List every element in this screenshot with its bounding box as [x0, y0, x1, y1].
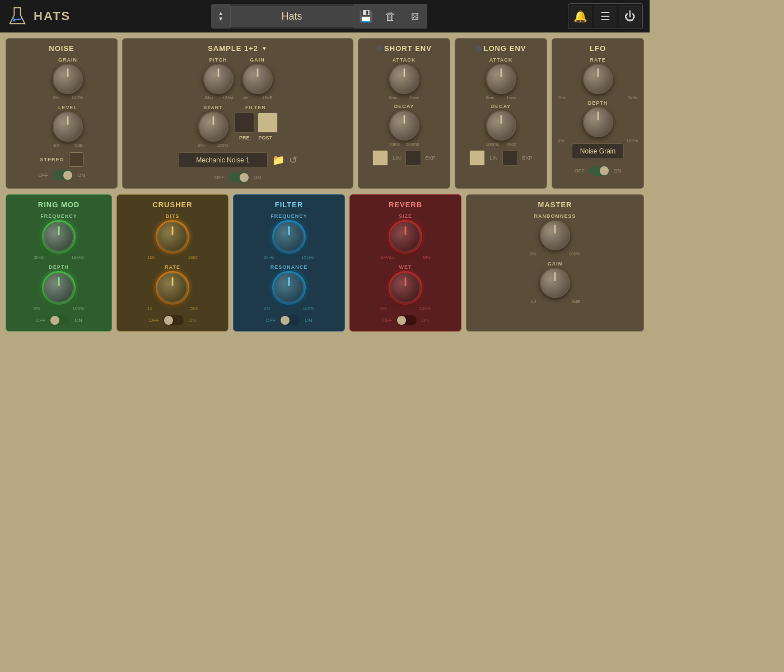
- ring-toggle[interactable]: [50, 315, 70, 325]
- lfo-target-display[interactable]: Noise Grain: [572, 143, 624, 159]
- noise-toggle[interactable]: [53, 170, 73, 180]
- random-button[interactable]: ⚄: [403, 4, 427, 29]
- short-exp-button[interactable]: [405, 150, 421, 166]
- long-attack-range: 0ms1sec: [486, 95, 516, 100]
- sample-toggle-on-label: ON: [254, 175, 262, 180]
- power-button[interactable]: ⏻: [619, 5, 641, 27]
- short-decay-knob-container: DECAY 10ms500ms: [389, 104, 419, 147]
- short-attack-range: 0ms1sec: [389, 95, 419, 100]
- filter-pre-button[interactable]: [234, 113, 254, 133]
- filter-buttons: [234, 113, 278, 133]
- long-lin-label: LIN: [489, 155, 497, 161]
- filter-pre-label: PRE: [239, 135, 250, 141]
- level-knob-container: LEVEL -inf0dB: [53, 105, 83, 148]
- noise-toggle-off-label: OFF: [38, 172, 48, 178]
- filter-post-button[interactable]: [258, 113, 278, 133]
- randomness-knob[interactable]: [540, 220, 570, 250]
- delete-button[interactable]: 🗑: [378, 4, 403, 29]
- filter-toggle-thumb: [281, 316, 290, 325]
- sample-reload-button[interactable]: ↺: [289, 154, 297, 166]
- noise-panel-title: NOISE: [12, 44, 111, 53]
- pitch-knob-container: PITCH -24st+24st: [203, 57, 234, 100]
- ring-freq-knob-container: FREQUENCY 2kHz18kHz: [12, 213, 106, 260]
- bits-knob-ring: [156, 220, 189, 254]
- short-decay-knob[interactable]: [389, 110, 419, 141]
- sample-preset-row: Mechanic Noise 1 📁 ↺: [128, 152, 347, 168]
- stereo-button[interactable]: [69, 152, 83, 167]
- start-knob[interactable]: [198, 111, 228, 142]
- grain-knob[interactable]: [53, 64, 83, 94]
- filter-bottom-panel: FILTER FREQUENCY 2kHz15kHz RESONANCE: [233, 194, 345, 332]
- crusher-rate-knob[interactable]: [157, 273, 188, 303]
- bell-button[interactable]: 🔔: [570, 5, 592, 27]
- pitch-label: PITCH: [209, 57, 227, 63]
- ring-toggle-thumb: [50, 316, 59, 325]
- filter-toggle[interactable]: [280, 315, 300, 325]
- long-exp-button[interactable]: [502, 150, 518, 166]
- menu-button[interactable]: ☰: [594, 5, 617, 27]
- sample-toggle[interactable]: [229, 172, 249, 183]
- start-knob-container: START 0%100%: [198, 105, 228, 148]
- sample-panel: SAMPLE 1+2 ▼ PITCH -24st+24st GAIN -inf1…: [122, 38, 353, 189]
- lfo-panel-title: LFO: [558, 44, 638, 53]
- sample-dropdown-arrow[interactable]: ▼: [262, 45, 268, 52]
- save-button[interactable]: 💾: [353, 4, 378, 29]
- lfo-depth-knob[interactable]: [583, 107, 613, 137]
- lfo-rate-knob-container: RATE 1Hz1kHz: [558, 57, 638, 100]
- short-env-panel: SHORT ENV ATTACK 0ms1sec DECAY 10ms500ms: [358, 38, 450, 189]
- filter-labels: PRE POST: [239, 135, 272, 141]
- long-attack-label: ATTACK: [489, 57, 513, 63]
- long-attack-knob[interactable]: [486, 64, 516, 94]
- lfo-rate-knob[interactable]: [583, 64, 613, 94]
- wet-ring: [389, 271, 422, 305]
- long-decay-range: 100ms4sec: [486, 142, 516, 147]
- ring-depth-range: 0%100%: [34, 306, 84, 311]
- ring-mod-title: RING MOD: [12, 200, 106, 209]
- ring-depth-knob[interactable]: [44, 273, 74, 303]
- long-env-title-row: LONG ENV: [461, 44, 541, 53]
- short-lin-label: LIN: [393, 155, 400, 161]
- sample-toggle-off-label: OFF: [214, 175, 225, 180]
- resonance-knob[interactable]: [274, 273, 304, 303]
- size-knob[interactable]: [390, 222, 421, 252]
- crusher-rate-range: 1x50x: [147, 306, 198, 311]
- filter-freq-knob[interactable]: [274, 222, 304, 252]
- long-decay-knob[interactable]: [486, 110, 516, 141]
- size-knob-container: SIZE SMALLBIG: [356, 213, 455, 260]
- randomness-knob-container: RANDOMNESS 0%100%: [472, 213, 638, 256]
- resonance-label: RESONANCE: [270, 264, 308, 270]
- ring-toggle-row: OFF ON: [12, 315, 106, 325]
- size-label: SIZE: [399, 213, 412, 219]
- crusher-toggle-off-label: OFF: [149, 318, 159, 323]
- sample-toggle-thumb: [240, 173, 249, 182]
- short-exp-label: EXP: [426, 155, 436, 161]
- gain-knob[interactable]: [242, 64, 273, 94]
- lfo-toggle[interactable]: [589, 166, 609, 176]
- crusher-panel: CRUSHER BITS 1bit16bit RATE: [116, 194, 228, 332]
- bits-knob[interactable]: [157, 222, 188, 252]
- level-knob[interactable]: [53, 111, 83, 142]
- pitch-knob[interactable]: [203, 64, 234, 94]
- long-decay-knob-container: DECAY 100ms4sec: [486, 104, 516, 147]
- wet-knob[interactable]: [390, 273, 421, 303]
- ring-depth-ring: [42, 271, 76, 305]
- long-lin-button[interactable]: [469, 150, 485, 166]
- short-attack-knob[interactable]: [389, 64, 419, 94]
- sample-folder-button[interactable]: 📁: [272, 154, 284, 166]
- grain-range: 0%100%: [53, 95, 83, 100]
- reverb-toggle[interactable]: [396, 315, 417, 325]
- reverb-toggle-on-label: ON: [421, 318, 429, 323]
- short-lin-button[interactable]: [372, 150, 388, 166]
- level-label: LEVEL: [58, 105, 77, 110]
- ring-freq-knob-ring: [42, 220, 76, 254]
- ring-freq-knob[interactable]: [44, 222, 74, 252]
- short-attack-row: ATTACK 0ms1sec: [364, 57, 444, 100]
- stereo-row: STEREO: [12, 152, 111, 167]
- master-gain-knob[interactable]: [540, 268, 570, 298]
- crusher-toggle[interactable]: [164, 315, 184, 325]
- long-exp-label: EXP: [522, 155, 533, 161]
- resonance-knob-ring: [272, 271, 306, 305]
- crusher-rate-label: RATE: [165, 264, 180, 270]
- sample-top-row: PITCH -24st+24st GAIN -inf12dB: [128, 57, 347, 100]
- preset-nav-button[interactable]: ▲ ▼: [211, 4, 230, 29]
